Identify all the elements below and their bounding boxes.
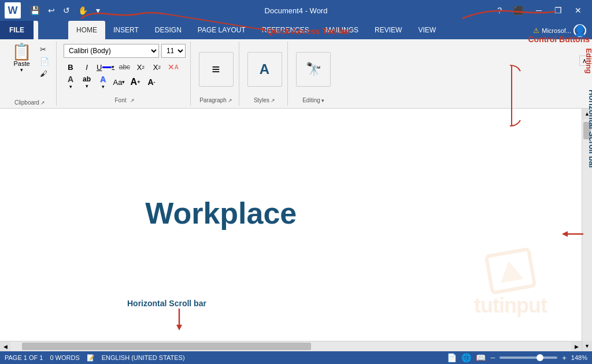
styles-label: Styles ↗ [246,95,283,103]
paragraph-content: ≡ [199,44,234,95]
effect-dropdown[interactable]: ▾ [102,84,105,90]
word-icon: W [5,2,21,18]
superscript-button[interactable]: X2 [150,60,164,74]
tab-design[interactable]: DESIGN [147,21,190,39]
paragraph-expand[interactable]: ↗ [228,98,232,103]
paragraph-section: ≡ Paragraph ↗ [193,42,239,106]
zoom-plus[interactable]: + [562,354,567,362]
undo-button[interactable]: ↩ [46,5,57,16]
cut-button[interactable]: ✂ [38,44,51,55]
paste-button[interactable]: 📋 Paste ▾ [8,42,35,75]
window-title: Document4 - Word [265,6,328,15]
tab-insert[interactable]: INSERT [105,21,147,39]
ribbon-collapse-button[interactable]: ∧ [579,55,590,66]
font-section: Calibri (Body) 11 B I U ▾ abc X2 X2 ✕A [59,42,191,106]
zoom-minus[interactable]: ─ [490,354,495,361]
tab-view[interactable]: VIEW [410,21,444,39]
editing-content: 🔭 [296,44,331,95]
highlight-dropdown[interactable]: ▾ [86,83,88,89]
horizontal-scrollbar[interactable]: ◀ ▶ [0,341,582,351]
document-area: tutinput Workplace ◀ ▶ [0,109,582,351]
language[interactable]: ENGLISH (UNITED STATES) [102,354,185,361]
font-size-select[interactable]: 11 [161,44,186,58]
touch-button[interactable]: ✋ [76,5,90,16]
bold-button[interactable]: B [64,60,77,74]
font-expand[interactable]: ↗ [130,98,135,103]
tab-review[interactable]: REVIEW [367,21,410,39]
highlight-color-button[interactable]: ab ▾ [80,75,94,89]
zoom-slider[interactable] [500,356,557,359]
styles-button[interactable]: A [247,52,282,87]
layout-print-button[interactable]: 📄 [447,353,457,362]
minimize-button[interactable]: ─ [530,3,547,17]
editing-dropdown[interactable]: ▾ [321,98,324,103]
underline-dropdown[interactable]: ▾ [112,64,114,70]
styles-content: A [247,44,282,95]
paragraph-button[interactable]: ≡ [199,52,234,87]
styles-expand[interactable]: ↗ [271,98,275,103]
copy-icon: 📄 [40,57,49,66]
tab-home-2[interactable]: HOME [68,21,105,39]
proofing-icon[interactable]: 📝 [87,354,95,362]
strikethrough-button[interactable]: abc [117,60,131,74]
font-row-2: B I U ▾ abc X2 X2 ✕A [64,60,186,74]
format-painter-icon: 🖌 [40,69,47,78]
format-painter-button[interactable]: 🖌 [38,68,51,79]
ms-account[interactable]: ⚠ Microsof... 👤 [528,22,591,39]
watermark-logo: tutinput [474,251,547,318]
document-page[interactable]: tutinput Workplace [0,109,582,341]
font-color-dropdown[interactable]: ▾ [69,84,72,90]
font-row-1: Calibri (Body) 11 [64,44,186,58]
tab-mailings[interactable]: MAILINGS [317,21,367,39]
font-shrink-button[interactable]: A- [145,75,158,89]
restore-button[interactable]: ❐ [549,3,568,17]
vertical-scrollbar[interactable]: ▲ ▼ [582,109,592,351]
save-button[interactable]: 💾 [28,5,42,16]
clipboard-section: 📋 Paste ▾ ✂ 📄 🖌 Clipboard [3,42,57,106]
italic-button[interactable]: I [80,60,94,74]
font-row-3: A ▾ ab ▾ A ▾ Aa▾ A+ A- [64,75,186,89]
zoom-level[interactable]: 148% [571,354,587,361]
paste-icon: 📋 [12,44,32,60]
text-effect-button[interactable]: A ▾ [96,75,110,89]
paste-label: Paste [13,60,29,67]
copy-button[interactable]: 📄 [38,56,51,67]
editing-section: 🔭 Editing ▾ [290,42,336,106]
hscroll-thumb[interactable] [22,343,311,350]
vscroll-down-button[interactable]: ▼ [582,341,592,351]
customize-qa-button[interactable]: ▾ [94,5,102,16]
hscroll-track [10,341,571,351]
tab-page-layout[interactable]: PAGE LAYOUT [190,21,254,39]
layout-read-button[interactable]: 📖 [476,353,486,362]
clear-format-button[interactable]: ✕A [166,60,180,74]
tab-file[interactable]: FILE [0,21,34,39]
font-color-button[interactable]: A ▾ [64,75,77,89]
word-count[interactable]: 0 WORDS [50,354,79,361]
editing-button[interactable]: 🔭 [296,52,331,87]
subscript-button[interactable]: X2 [134,60,147,74]
paste-dropdown[interactable]: ▾ [20,67,23,73]
tab-references[interactable]: REFERENCES [254,21,317,39]
title-bar: W 💾 ↩ ↺ ✋ ▾ Document4 - Word ? ⬛ ─ ❐ ✕ [0,0,592,21]
vscroll-up-button[interactable]: ▲ [582,109,592,119]
vscroll-track [582,119,592,341]
font-label: Font ↗ [64,95,186,103]
help-button[interactable]: ? [493,3,506,17]
hscroll-left-button[interactable]: ◀ [0,341,10,351]
clipboard-small-buttons: ✂ 📄 🖌 [38,44,51,79]
redo-button[interactable]: ↺ [61,5,72,16]
page-count[interactable]: PAGE 1 OF 1 [5,354,43,361]
styles-icon: A [260,61,269,77]
clipboard-expand[interactable]: ↗ [40,100,45,106]
underline-button[interactable]: U ▾ [96,60,115,74]
cut-icon: ✂ [40,45,46,54]
text-case-button[interactable]: Aa▾ [112,75,126,89]
vscroll-thumb[interactable] [583,122,591,139]
font-grow-button[interactable]: A+ [128,75,142,89]
font-name-select[interactable]: Calibri (Body) [64,44,159,58]
close-button[interactable]: ✕ [569,3,587,17]
title-bar-right: ? ⬛ ─ ❐ ✕ [493,3,587,17]
hscroll-right-button[interactable]: ▶ [571,341,582,351]
layout-web-button[interactable]: 🌐 [461,353,471,362]
ribbon-display-button[interactable]: ⬛ [508,3,529,17]
